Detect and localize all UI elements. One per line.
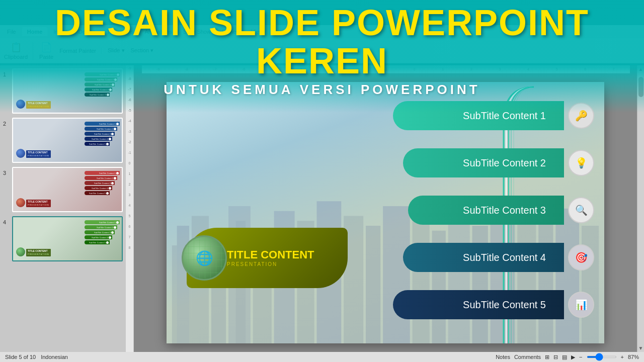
status-bar: Slide 5 of 10 Indonesian Notes Comments … <box>0 352 644 362</box>
language-indicator: Indonesian <box>41 354 68 360</box>
tab-label-2: SubTitle Content 2 <box>423 157 554 169</box>
svg-rect-11 <box>366 226 380 343</box>
zoom-out-icon[interactable]: − <box>579 354 582 360</box>
scroll-down-arrow[interactable]: ▼ <box>638 345 643 351</box>
tab-bar-2: SubTitle Content 2 <box>403 148 564 177</box>
tab-item-5[interactable]: SubTitle Content 5 📊 <box>393 287 594 323</box>
slide-title-box: 🌐 TITLE CONTENT PRESENTATION <box>187 228 348 288</box>
overlay-title-text: DESAIN SLIDE POWERPOINT KEREN <box>0 4 644 80</box>
zoom-plus-icon[interactable]: + <box>621 354 624 360</box>
overlay-subtitle-text: UNTUK SEMUA VERSI POWERPOINT <box>0 82 644 98</box>
zoom-slider[interactable] <box>587 356 617 358</box>
globe-icon: 🌐 <box>182 235 227 281</box>
slide-canvas: 🌐 TITLE CONTENT PRESENTATION SubTitle Co… <box>167 82 604 343</box>
status-left: Slide 5 of 10 Indonesian <box>5 354 68 360</box>
tab-icon-4: 🎯 <box>568 244 594 270</box>
slide-thumb-4[interactable]: 4 TITLE CONTENTPRESENTATION SubTitle Con… <box>2 215 124 262</box>
tab-item-2[interactable]: SubTitle Content 2 💡 <box>393 145 594 181</box>
tab-bar-3: SubTitle Content 3 <box>408 196 564 225</box>
view-slide-sorter-icon[interactable]: ⊟ <box>553 354 558 360</box>
overlay-banner: DESAIN SLIDE POWERPOINT KEREN UNTUK SEMU… <box>0 0 644 113</box>
status-right: Notes Comments ⊞ ⊟ ▤ ▶ − + 87% <box>496 354 639 360</box>
slide-title-text: TITLE CONTENT <box>227 249 314 261</box>
tab-label-5: SubTitle Content 5 <box>413 299 554 311</box>
tab-icon-3: 🔍 <box>568 197 594 223</box>
tab-label-4: SubTitle Content 4 <box>423 252 554 263</box>
tab-bar-5: SubTitle Content 5 <box>393 290 564 319</box>
tab-icon-2: 💡 <box>568 150 594 176</box>
slide-thumb-3[interactable]: 3 TITLE CONTENTPRESENTATION SubTitle Con… <box>2 166 124 213</box>
slide-thumb-2[interactable]: 2 TITLE CONTENTPRESENTATION SubTitle Con… <box>2 117 124 164</box>
view-normal-icon[interactable]: ⊞ <box>545 354 549 360</box>
view-reading-icon[interactable]: ▤ <box>562 354 567 360</box>
zoom-level: 87% <box>628 354 639 360</box>
tab-item-4[interactable]: SubTitle Content 4 🎯 <box>393 239 594 276</box>
tab-bar-4: SubTitle Content 4 <box>403 243 564 272</box>
slide-subtitle-text: PRESENTATION <box>227 261 314 267</box>
notes-button[interactable]: Notes <box>496 354 510 360</box>
tab-icon-5: 📊 <box>568 292 594 318</box>
tab-label-3: SubTitle Content 3 <box>428 205 554 216</box>
tab-item-3[interactable]: SubTitle Content 3 🔍 <box>393 192 594 228</box>
view-slideshow-icon[interactable]: ▶ <box>571 354 575 360</box>
comments-button[interactable]: Comments <box>514 354 541 360</box>
slide-info: Slide 5 of 10 <box>5 354 36 360</box>
tabs-container: SubTitle Content 1 🔑 SubTitle Content 2 … <box>393 92 594 328</box>
